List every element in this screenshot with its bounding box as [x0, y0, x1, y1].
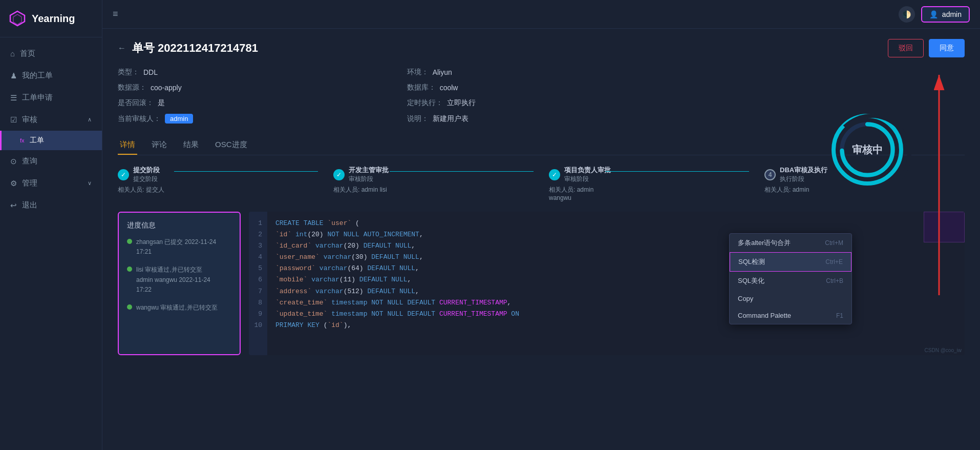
tab-detail[interactable]: 详情: [118, 136, 137, 155]
sidebar-item-manage[interactable]: ⚙ 管理 ∨: [0, 172, 102, 194]
tab-comment[interactable]: 评论: [150, 136, 169, 155]
code-line-1: CREATE TABLE `user` (: [275, 218, 956, 229]
workorder-icon: fx: [20, 137, 25, 144]
user-menu[interactable]: 👤 admin: [921, 6, 970, 23]
sidebar: Yearning ⌂ 首页 ♟ 我的工单 ☰ 工单申请 ☑ 审核 ∧ fx 工单…: [0, 0, 102, 450]
sidebar-item-home[interactable]: ⌂ 首页: [0, 43, 102, 65]
ctx-label-merge: 多条alter语句合并: [738, 238, 791, 248]
apply-icon: ☰: [10, 93, 17, 103]
source-value: coo-apply: [151, 84, 182, 92]
user-avatar-icon: 👤: [929, 10, 938, 18]
step-2-title: 开发主管审批: [349, 166, 389, 175]
ctx-item-palette[interactable]: Command Palette F1: [730, 307, 851, 324]
query-icon: ⊙: [10, 157, 17, 166]
code-content[interactable]: CREATE TABLE `user` ( `id` int(20) NOT N…: [267, 212, 965, 355]
log-dot-2: [127, 267, 132, 272]
log-text-1: zhangsan 已提交 2022-11-24 17:21: [136, 237, 231, 257]
ctx-shortcut-beautify: Ctrl+B: [826, 277, 843, 284]
ctx-item-merge[interactable]: 多条alter语句合并 Ctrl+M: [730, 234, 851, 252]
ctx-item-beautify[interactable]: SQL美化 Ctrl+B: [730, 272, 851, 290]
step-1-subtitle: 提交阶段: [133, 175, 160, 183]
svg-marker-1: [13, 14, 22, 25]
sidebar-item-manage-label: 管理: [22, 178, 37, 188]
step-4-header: 4 DBA审核及执行 执行阶段: [764, 166, 827, 183]
app-name: Yearning: [32, 13, 75, 25]
log-item-1: zhangsan 已提交 2022-11-24 17:21: [127, 237, 231, 257]
step-3: ✓ 项目负责人审批 审核阶段 相关人员: adminwangwu: [549, 166, 749, 201]
type-info: 类型： DDL: [118, 68, 387, 77]
step-2-header: ✓ 开发主管审批 审核阶段: [333, 166, 389, 183]
sidebar-item-logout[interactable]: ↩ 退出: [0, 194, 102, 216]
sidebar-item-audit[interactable]: ☑ 审核 ∧: [0, 109, 102, 131]
page-title: 单号 2022112417214781: [132, 40, 258, 56]
step-3-icon: ✓: [549, 169, 560, 180]
ctx-shortcut-sql-check: Ctrl+E: [825, 258, 843, 265]
sidebar-item-workorder-label: 工单: [30, 136, 44, 145]
ctx-item-sql-check[interactable]: SQL检测 Ctrl+E: [730, 252, 851, 272]
page-header: ← 单号 2022112417214781 驳回 同意: [118, 39, 965, 57]
step-2: ✓ 开发主管审批 审核阶段 相关人员: admin lisi: [333, 166, 534, 194]
reject-button[interactable]: 驳回: [888, 39, 924, 57]
schedule-value: 立即执行: [447, 98, 476, 108]
env-label: 环境：: [407, 68, 429, 77]
remark-info: 说明： 新建用户表: [407, 114, 676, 124]
log-text-2: lisi 审核通过,并已转交至admin wangwu 2022-11-2417…: [136, 265, 210, 295]
db-info: 数据库： coolw: [407, 83, 676, 92]
step-3-title: 项目负责人审批: [564, 166, 611, 175]
line-numbers: 12345 678910: [249, 212, 267, 355]
rollback-info: 是否回滚： 是: [118, 98, 387, 108]
sidebar-item-query[interactable]: ⊙ 查询: [0, 150, 102, 172]
ctx-label-beautify: SQL美化: [738, 276, 764, 285]
sidebar-item-workorder[interactable]: fx 工单: [0, 131, 102, 150]
log-text-3: wangwu 审核通过,并已转交至: [136, 303, 218, 313]
step-2-subtitle: 审核阶段: [349, 175, 389, 183]
svg-marker-0: [10, 11, 25, 26]
log-item-2: lisi 审核通过,并已转交至admin wangwu 2022-11-2417…: [127, 265, 231, 295]
code-line-4: `user_name` varchar(30) DEFAULT NULL,: [275, 252, 956, 263]
env-info: 环境： Aliyun: [407, 68, 676, 77]
code-line-6: `mobile` varchar(11) DEFAULT NULL,: [275, 274, 956, 285]
step-1-people: 相关人员: 提交人: [118, 186, 164, 194]
step-4: 4 DBA审核及执行 执行阶段 相关人员: admin: [764, 166, 965, 194]
env-value: Aliyun: [433, 68, 452, 76]
sidebar-item-my-tasks[interactable]: ♟ 我的工单: [0, 65, 102, 87]
db-value: coolw: [440, 84, 458, 92]
remark-value: 新建用户表: [433, 114, 468, 124]
logout-icon: ↩: [10, 201, 17, 210]
log-dot-1: [127, 239, 132, 244]
schedule-info: 定时执行： 立即执行: [407, 98, 676, 108]
topbar: ≡ 🌓 👤 admin: [102, 0, 980, 29]
main-content: ≡ 🌓 👤 admin ← 单号 2022112417214781 驳回 同意: [102, 0, 980, 450]
step-1-icon: ✓: [118, 169, 129, 180]
user-name-label: admin: [942, 10, 962, 18]
manage-expand-icon: ∨: [88, 180, 92, 187]
step-2-people: 相关人员: admin lisi: [333, 186, 387, 194]
code-editor-area: 12345 678910 CREATE TABLE `user` ( `id` …: [249, 212, 965, 355]
step-1: ✓ 提交阶段 提交阶段 相关人员: 提交人: [118, 166, 318, 194]
hamburger-button[interactable]: ≡: [113, 9, 118, 19]
approve-button[interactable]: 同意: [929, 39, 965, 57]
back-button[interactable]: ←: [118, 44, 126, 53]
logo-icon: [8, 9, 27, 28]
tab-result[interactable]: 结果: [181, 136, 201, 155]
step-2-icon: ✓: [333, 169, 345, 180]
type-label: 类型：: [118, 68, 139, 77]
reviewer-label: 当前审核人：: [118, 114, 161, 124]
ctx-item-copy[interactable]: Copy: [730, 290, 851, 307]
source-info: 数据源： coo-apply: [118, 83, 387, 92]
page-title-row: ← 单号 2022112417214781: [118, 40, 258, 56]
code-editor[interactable]: 12345 678910 CREATE TABLE `user` ( `id` …: [249, 212, 965, 355]
theme-toggle-button[interactable]: 🌓: [899, 6, 915, 23]
ctx-label-palette: Command Palette: [738, 312, 791, 319]
type-value: DDL: [143, 68, 158, 76]
step-4-subtitle: 执行阶段: [780, 175, 827, 183]
ctx-label-copy: Copy: [738, 295, 753, 302]
step-3-line: [605, 171, 749, 172]
tasks-icon: ♟: [10, 71, 17, 80]
sidebar-item-audit-label: 审核: [22, 115, 37, 125]
source-label: 数据源：: [118, 83, 146, 92]
sidebar-item-apply[interactable]: ☰ 工单申请: [0, 87, 102, 109]
header-actions: 驳回 同意: [888, 39, 965, 57]
tab-osc[interactable]: OSC进度: [213, 136, 249, 155]
context-menu: 多条alter语句合并 Ctrl+M SQL检测 Ctrl+E SQL美化 Ct…: [729, 233, 852, 324]
